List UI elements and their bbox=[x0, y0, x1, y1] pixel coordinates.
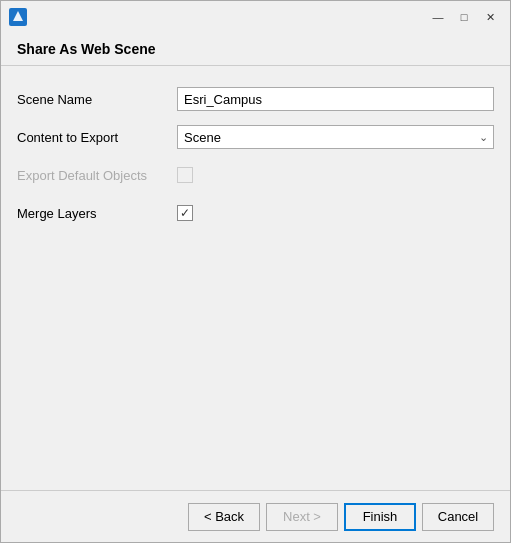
scene-name-row: Scene Name bbox=[17, 86, 494, 112]
export-default-objects-row: Export Default Objects bbox=[17, 162, 494, 188]
merge-layers-checkbox-wrapper: ✓ bbox=[177, 205, 494, 221]
minimize-button[interactable]: — bbox=[426, 6, 450, 28]
title-bar-left bbox=[9, 8, 27, 26]
title-bar-controls: — □ ✕ bbox=[426, 6, 502, 28]
merge-layers-control: ✓ bbox=[177, 205, 494, 221]
cancel-button[interactable]: Cancel bbox=[422, 503, 494, 531]
content-to-export-select-wrapper[interactable]: Scene ⌄ bbox=[177, 125, 494, 149]
export-default-objects-checkbox[interactable] bbox=[177, 167, 193, 183]
app-icon bbox=[9, 8, 27, 26]
export-default-objects-checkbox-wrapper bbox=[177, 167, 494, 183]
title-bar: — □ ✕ bbox=[1, 1, 510, 33]
back-button[interactable]: < Back bbox=[188, 503, 260, 531]
merge-layers-row: Merge Layers ✓ bbox=[17, 200, 494, 226]
checkmark-icon: ✓ bbox=[180, 207, 190, 219]
content-to-export-select[interactable]: Scene bbox=[177, 125, 494, 149]
merge-layers-label: Merge Layers bbox=[17, 206, 177, 221]
maximize-button[interactable]: □ bbox=[452, 6, 476, 28]
window-header: Share As Web Scene bbox=[1, 33, 510, 66]
close-button[interactable]: ✕ bbox=[478, 6, 502, 28]
export-default-objects-control bbox=[177, 167, 494, 183]
content-to-export-label: Content to Export bbox=[17, 130, 177, 145]
content-area: Scene Name Content to Export Scene ⌄ Exp… bbox=[1, 66, 510, 490]
finish-button[interactable]: Finish bbox=[344, 503, 416, 531]
scene-name-label: Scene Name bbox=[17, 92, 177, 107]
merge-layers-checkbox[interactable]: ✓ bbox=[177, 205, 193, 221]
scene-name-control bbox=[177, 87, 494, 111]
scene-name-input[interactable] bbox=[177, 87, 494, 111]
dialog-title: Share As Web Scene bbox=[17, 41, 494, 57]
content-to-export-row: Content to Export Scene ⌄ bbox=[17, 124, 494, 150]
next-button[interactable]: Next > bbox=[266, 503, 338, 531]
main-window: — □ ✕ Share As Web Scene Scene Name Cont… bbox=[0, 0, 511, 543]
export-default-objects-label: Export Default Objects bbox=[17, 168, 177, 183]
content-to-export-control: Scene ⌄ bbox=[177, 125, 494, 149]
footer: < Back Next > Finish Cancel bbox=[1, 490, 510, 542]
